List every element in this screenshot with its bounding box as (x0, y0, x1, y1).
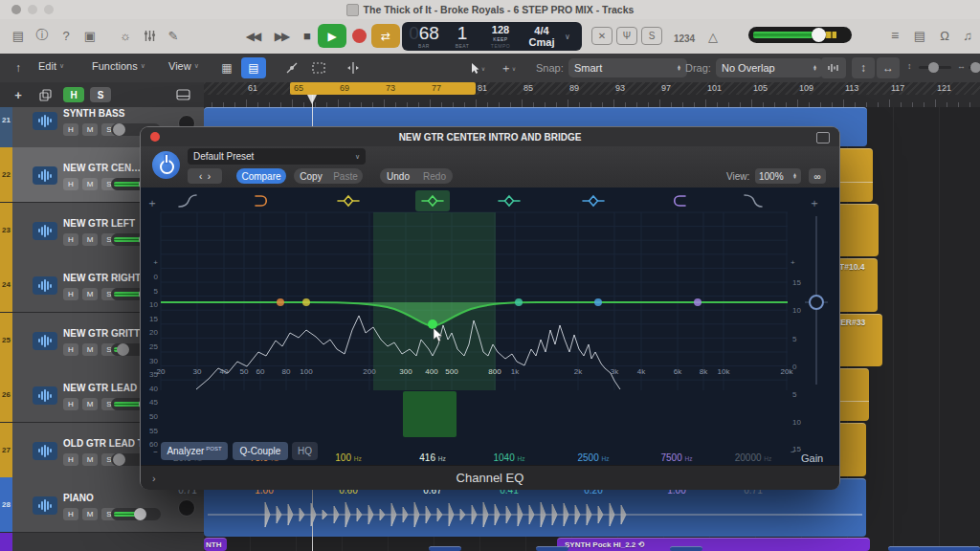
volume-knob[interactable] (812, 28, 826, 42)
region-clip[interactable]: NTH (204, 538, 227, 551)
region-clip[interactable] (536, 546, 568, 551)
track-name[interactable]: NEW GTR CEN…C (63, 163, 147, 173)
pan-knob[interactable] (178, 499, 195, 517)
tracks-view-icon[interactable]: ▤ (241, 57, 266, 78)
punch-icon[interactable]: ✕ (591, 27, 612, 45)
minimize-window-icon[interactable] (28, 5, 37, 14)
cycle-region[interactable] (290, 82, 476, 95)
rewind-button[interactable]: ◀◀ (239, 24, 266, 48)
track-name[interactable]: SYNTH BASS (63, 108, 124, 119)
bar-ruler[interactable]: 61656973778185899397101105109113117121 (204, 82, 980, 107)
preset-prev-next-buttons[interactable]: ‹ › (188, 168, 222, 184)
cycle-button[interactable]: ⇄ (371, 24, 400, 48)
solo-mode-icon[interactable]: S (641, 27, 662, 45)
v-zoom-knob[interactable] (928, 62, 939, 73)
region-clip[interactable] (429, 546, 461, 551)
plugin-expand-icon[interactable] (816, 132, 830, 143)
track-header-config-icon[interactable] (172, 87, 193, 102)
window-traffic-lights[interactable] (11, 5, 54, 14)
marquee-tool-icon[interactable] (306, 57, 331, 78)
hide-button[interactable]: H (63, 288, 78, 300)
count-in-icon[interactable]: 1234 (670, 28, 699, 49)
hide-button[interactable]: H (63, 453, 78, 466)
analyzer-button[interactable]: AnalyzerPOST (161, 442, 228, 460)
drag-dropdown[interactable]: No Overlap▲▼ (716, 58, 823, 77)
redo-button[interactable]: Redo (416, 171, 453, 182)
mute-button[interactable]: M (82, 123, 98, 136)
forward-button[interactable]: ▶▶ (268, 24, 295, 48)
library-icon[interactable]: ▤ (8, 25, 29, 46)
mute-button[interactable]: M (82, 178, 98, 190)
compare-button[interactable]: Compare (236, 168, 286, 184)
hide-button[interactable]: H (63, 123, 78, 136)
undo-button[interactable]: Undo (380, 171, 416, 182)
loop-browser-icon[interactable]: Ω (934, 25, 955, 46)
metronome-icon[interactable]: △ (702, 26, 724, 47)
plugin-power-button[interactable] (152, 151, 180, 179)
horizontal-zoom-slider[interactable] (969, 66, 980, 69)
hide-button[interactable]: H (63, 343, 78, 356)
tuner-icon[interactable]: Ψ (616, 27, 637, 45)
q-couple-button[interactable]: Q-Couple (233, 442, 288, 460)
eq-graph[interactable] (141, 187, 839, 390)
solo-tracks-button[interactable]: S (90, 87, 111, 102)
mute-button[interactable]: M (82, 343, 98, 356)
copy-button[interactable]: Copy (294, 171, 328, 182)
plugin-close-icon[interactable] (150, 132, 160, 142)
region-clip[interactable] (888, 546, 980, 551)
close-window-icon[interactable] (11, 5, 21, 14)
settings-icon[interactable]: ☼ (115, 25, 136, 46)
mixer-icon[interactable] (139, 25, 160, 46)
duplicate-track-button[interactable] (34, 87, 56, 102)
plugin-titlebar[interactable]: NEW GTR CENTER INTRO AND BRIDGE (141, 127, 839, 147)
vertical-zoom-icon[interactable]: ↕ (852, 57, 875, 78)
volume-slider[interactable] (111, 508, 161, 520)
edit-menu[interactable]: Edit∨ (38, 60, 64, 72)
hide-button[interactable]: H (63, 233, 78, 246)
hide-tracks-button[interactable]: H (63, 87, 84, 102)
region-clip[interactable] (670, 546, 702, 551)
view-menu[interactable]: View∨ (168, 60, 199, 72)
zoom-window-icon[interactable] (44, 5, 54, 14)
add-track-button[interactable]: + (8, 87, 29, 102)
pencil-icon[interactable]: ✎ (163, 25, 184, 46)
inspector-icon[interactable]: ▣ (79, 25, 100, 46)
h-zoom-knob[interactable] (970, 62, 980, 73)
eq-display[interactable]: ＋ ＋ (141, 187, 839, 465)
track-name[interactable]: NEW GTR LEFT (63, 218, 135, 229)
track-name[interactable]: NEW GTR RIGHT (63, 273, 141, 283)
horizontal-zoom-icon[interactable]: ↔ (877, 57, 900, 78)
mute-button[interactable]: M (82, 233, 98, 246)
list-editors-icon[interactable]: ≡ (884, 25, 905, 46)
mute-button[interactable]: M (82, 398, 98, 410)
secondary-tool-icon[interactable]: ＋∨ (496, 57, 521, 78)
hide-button[interactable]: H (63, 508, 78, 520)
view-zoom-dropdown[interactable]: 100%▲▼ (755, 168, 801, 184)
play-button[interactable]: ▶ (318, 24, 346, 48)
master-volume-slider[interactable] (748, 27, 852, 43)
stop-button[interactable]: ■ (297, 24, 318, 48)
mute-button[interactable]: M (82, 453, 98, 466)
help-icon[interactable]: ? (56, 25, 77, 46)
mute-button[interactable]: M (82, 508, 98, 520)
info-icon[interactable]: ⓘ (32, 25, 53, 46)
track-name[interactable]: NEW GTR GRITTY (63, 328, 146, 339)
paste-button[interactable]: Paste (328, 171, 363, 182)
hide-button[interactable]: H (63, 398, 78, 410)
hq-button[interactable]: HQ (292, 442, 318, 460)
undo-redo-buttons[interactable]: Undo Redo (380, 168, 453, 184)
grid-view-icon[interactable]: ▦ (214, 57, 239, 78)
track-name[interactable]: OLD GTR LEAD T (63, 438, 144, 449)
automation-icon[interactable] (279, 57, 304, 78)
waveform-zoom-icon[interactable] (821, 57, 846, 78)
vertical-zoom-slider[interactable] (919, 66, 951, 69)
snap-dropdown[interactable]: Smart▲▼ (568, 58, 687, 77)
track-name[interactable]: NEW GTR LEAD (63, 383, 137, 393)
mute-button[interactable]: M (82, 288, 98, 300)
record-button[interactable] (352, 29, 367, 43)
note-pads-icon[interactable]: ▤ (909, 25, 930, 46)
region-clip[interactable]: SYNTH Pock HI_2.2 ⟲ (557, 538, 870, 551)
track-name[interactable]: PIANO (63, 493, 94, 503)
hide-button[interactable]: H (63, 178, 78, 190)
copy-paste-buttons[interactable]: Copy Paste (294, 168, 363, 184)
